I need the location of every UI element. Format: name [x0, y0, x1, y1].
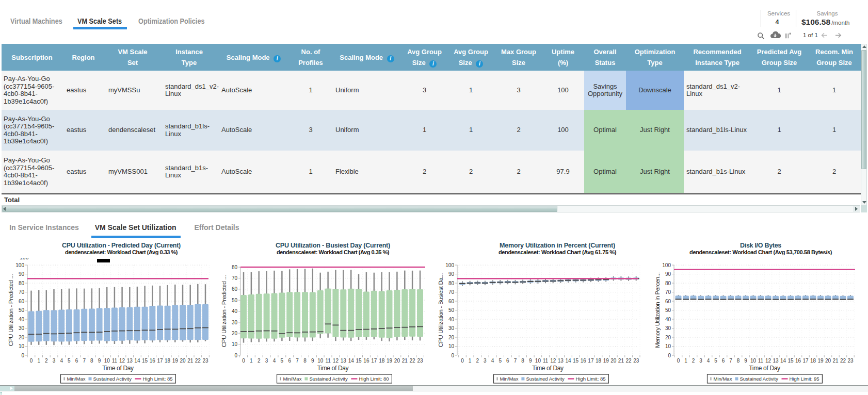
svg-text:19: 19	[817, 358, 824, 364]
svg-text:70: 70	[665, 289, 671, 295]
svg-text:11: 11	[325, 358, 331, 364]
svg-text:17: 17	[371, 358, 377, 364]
svg-text:13: 13	[127, 358, 133, 364]
svg-text:Min/Max: Min/Max	[283, 376, 302, 382]
svg-text:90: 90	[19, 271, 25, 277]
svg-text:80: 80	[448, 281, 455, 286]
svg-text:90: 90	[448, 271, 455, 277]
svg-text:0: 0	[677, 358, 680, 364]
svg-text:0: 0	[668, 353, 671, 358]
svg-text:1: 1	[684, 358, 687, 364]
svg-text:1: 1	[37, 358, 40, 364]
svg-text:60: 60	[232, 286, 238, 292]
svg-text:14: 14	[780, 358, 786, 364]
svg-text:CPU Utilization - Predicted ..: CPU Utilization - Predicted ...	[8, 274, 14, 347]
svg-text:50: 50	[232, 298, 238, 303]
svg-text:23: 23	[847, 358, 854, 364]
svg-text:1: 1	[469, 358, 472, 364]
svg-text:17: 17	[157, 358, 163, 364]
svg-text:1: 1	[250, 358, 253, 364]
svg-text:High Limit: 85: High Limit: 85	[143, 376, 173, 382]
svg-text:40: 40	[448, 317, 455, 322]
svg-text:High Limit: 80: High Limit: 80	[359, 376, 389, 382]
svg-text:9: 9	[311, 358, 314, 364]
svg-text:16: 16	[363, 358, 369, 364]
svg-text:80: 80	[232, 265, 238, 270]
svg-text:16: 16	[150, 358, 156, 364]
svg-text:40: 40	[19, 317, 25, 322]
svg-text:6: 6	[75, 358, 78, 364]
svg-text:High Limit: 95: High Limit: 95	[790, 376, 819, 382]
svg-text:Time of Day: Time of Day	[102, 365, 134, 372]
svg-text:0: 0	[451, 353, 454, 358]
svg-text:2: 2	[692, 358, 695, 364]
svg-text:8: 8	[521, 358, 524, 364]
svg-text:0: 0	[21, 353, 24, 358]
svg-text:5: 5	[714, 358, 717, 364]
svg-text:High Limit: 85: High Limit: 85	[575, 376, 605, 382]
svg-text:13: 13	[558, 358, 564, 364]
svg-text:14: 14	[565, 358, 571, 364]
svg-text:23: 23	[202, 358, 208, 364]
svg-text:14: 14	[348, 358, 355, 364]
svg-text:14: 14	[134, 358, 140, 364]
svg-text:15: 15	[142, 358, 148, 364]
svg-text:dendenscaleset: Workload Chart: dendenscaleset: Workload Chart (Avg 61.7…	[499, 249, 617, 255]
svg-text:18: 18	[810, 358, 816, 364]
svg-text:21: 21	[187, 358, 194, 364]
svg-text:19: 19	[172, 358, 179, 364]
svg-text:15: 15	[573, 358, 579, 364]
svg-text:10: 10	[750, 358, 757, 364]
svg-text:80: 80	[665, 281, 671, 286]
svg-text:Min/Max: Min/Max	[500, 376, 519, 382]
svg-text:Memory Utilization in Percen..: Memory Utilization in Percen...	[654, 272, 661, 348]
svg-text:10: 10	[19, 343, 25, 349]
svg-text:16: 16	[581, 358, 587, 364]
svg-text:40: 40	[665, 317, 671, 322]
svg-text:CPU Utilization - Predicted ..: CPU Utilization - Predicted ...	[221, 275, 227, 348]
svg-text:Sustained Activity: Sustained Activity	[309, 376, 348, 382]
svg-text:11: 11	[112, 358, 118, 364]
svg-text:20: 20	[448, 335, 455, 340]
svg-text:3: 3	[484, 358, 487, 364]
svg-text:dendenscaleset: Workload Chart: dendenscaleset: Workload Chart (Avg 0.33…	[65, 249, 178, 255]
svg-text:3: 3	[53, 358, 56, 364]
svg-text:7: 7	[514, 358, 517, 364]
svg-text:CPU Utilization - Busiest Day: CPU Utilization - Busiest Day (Current)	[276, 242, 390, 249]
svg-text:70: 70	[232, 275, 238, 281]
svg-text:0: 0	[461, 358, 464, 364]
svg-text:90: 90	[665, 271, 671, 277]
svg-text:20: 20	[232, 331, 238, 336]
svg-text:15: 15	[787, 358, 794, 364]
svg-text:6: 6	[506, 358, 509, 364]
svg-text:19: 19	[603, 358, 609, 364]
svg-text:10: 10	[232, 341, 238, 347]
svg-text:22: 22	[840, 358, 846, 364]
svg-text:5: 5	[68, 358, 71, 364]
svg-text:8: 8	[737, 358, 740, 364]
svg-text:100: 100	[662, 262, 671, 268]
svg-text:Sustained Activity: Sustained Activity	[740, 376, 779, 382]
svg-text:100: 100	[15, 262, 24, 268]
svg-text:Time of Day: Time of Day	[532, 365, 564, 372]
svg-text:60: 60	[448, 299, 455, 304]
svg-text:70: 70	[19, 289, 25, 295]
svg-text:20: 20	[610, 358, 617, 364]
svg-text:Time of Day: Time of Day	[749, 365, 780, 372]
svg-text:2: 2	[45, 358, 48, 364]
svg-text:9: 9	[529, 358, 532, 364]
svg-text:0: 0	[242, 358, 245, 364]
svg-text:18: 18	[379, 358, 385, 364]
svg-text:12: 12	[333, 358, 339, 364]
svg-text:13: 13	[773, 358, 779, 364]
svg-text:10: 10	[317, 358, 324, 364]
svg-text:dendenscaleset: Workload Chart: dendenscaleset: Workload Chart (Avg 0.35…	[277, 249, 390, 255]
svg-text:2: 2	[476, 358, 479, 364]
svg-text:22: 22	[626, 358, 632, 364]
svg-text:3: 3	[699, 358, 702, 364]
svg-text:10: 10	[665, 343, 671, 349]
svg-text:3: 3	[265, 358, 268, 364]
svg-text:10: 10	[104, 358, 110, 364]
svg-text:21: 21	[618, 358, 624, 364]
svg-text:80: 80	[19, 281, 25, 286]
